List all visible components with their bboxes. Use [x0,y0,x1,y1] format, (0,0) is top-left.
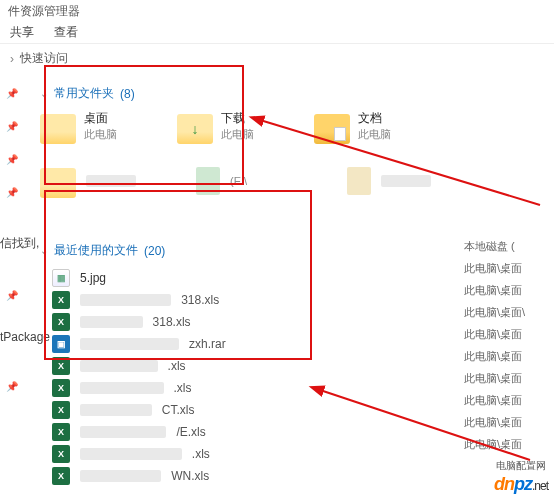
section-frequent-label: 常用文件夹 [54,85,114,102]
folder-name: 文档 [358,110,391,127]
filename-partial: WN.xls [171,469,209,483]
folder-icon [40,168,76,198]
filename-partial: 318.xls [181,293,219,307]
location-column: 本地磁盘 (此电脑\桌面此电脑\桌面此电脑\桌面\此电脑\桌面此电脑\桌面此电脑… [464,235,544,455]
folder-sub: 此电脑 [358,127,391,142]
blur-label [381,175,431,187]
blur-label [80,470,161,482]
folder-icon [196,167,220,195]
blur-label [86,175,136,187]
folder-sub: 此电脑 [84,127,117,142]
tab-share[interactable]: 共享 [10,24,34,41]
breadcrumb-current[interactable]: 快速访问 [20,50,68,67]
cutoff-text: 信找到, [0,235,39,252]
blur-label [80,404,152,416]
filename-partial: .xls [192,447,210,461]
pin-icon: 📌 [6,88,18,99]
xls-file-icon: X [52,313,70,331]
filename-partial: .xls [174,381,192,395]
rar-file-icon: ▣ [52,335,70,353]
cutoff-text2: tPackage [0,330,50,344]
folder-icon [347,167,371,195]
folder-name: 下载 [221,110,254,127]
xls-file-icon: X [52,401,70,419]
caret-down-icon: ⌄ [40,88,48,99]
file-location: 此电脑\桌面 [464,367,544,389]
folder-blurred[interactable]: (E:\ [196,170,247,192]
pin-icon: 📌 [6,187,18,198]
filename-partial: /E.xls [176,425,205,439]
file-location: 此电脑\桌面\ [464,301,544,323]
blur-label [80,338,179,350]
caret-down-icon: ⌄ [40,245,48,256]
xls-file-icon: X [52,379,70,397]
filename-partial: zxh.rar [189,337,226,351]
pin-icon: 📌 [6,121,18,132]
xls-file-icon: X [52,467,70,485]
xls-file-icon: X [52,291,70,309]
pin-icon: 📌 [6,290,18,301]
pin-icon: 📌 [6,154,18,165]
section-recent-label: 最近使用的文件 [54,242,138,259]
folder-icon [314,114,350,144]
blur-label [80,360,158,372]
blur-label [80,382,164,394]
breadcrumb[interactable]: › 快速访问 [0,43,554,73]
blur-label [80,294,171,306]
filename-partial: 318.xls [153,315,191,329]
folder-icon [40,114,76,144]
pin-icon: 📌 [6,381,18,392]
ribbon-tabs: 共享 查看 [0,22,554,43]
file-location: 此电脑\桌面 [464,433,544,455]
file-location: 此电脑\桌面 [464,389,544,411]
blur-label [80,426,166,438]
file-location: 本地磁盘 ( [464,235,544,257]
recent-file-row[interactable]: XWN.xls [40,465,554,487]
filename-partial: CT.xls [162,403,195,417]
blur-label [80,448,182,460]
window-title: 件资源管理器 [0,0,554,22]
tab-view[interactable]: 查看 [54,24,78,41]
file-location: 此电脑\桌面 [464,257,544,279]
folder-icon [177,114,213,144]
xls-file-icon: X [52,445,70,463]
section-recent-count: (20) [144,244,165,258]
watermark-sub: 电脑配置网 [496,459,546,473]
blur-label [80,316,143,328]
xls-file-icon: X [52,423,70,441]
watermark-logo: dnpz.net [494,474,548,495]
folder-sub: 此电脑 [221,127,254,142]
file-location: 此电脑\桌面 [464,411,544,433]
file-location: 此电脑\桌面 [464,279,544,301]
file-location: 此电脑\桌面 [464,345,544,367]
filename-partial: .xls [168,359,186,373]
filename: 5.jpg [80,271,106,285]
folder-blurred[interactable] [40,170,136,192]
section-frequent-count: (8) [120,87,135,101]
drive-fragment: (E:\ [230,175,247,187]
sidebar-pins: 📌 📌 📌 📌 [6,88,18,198]
folder-blurred[interactable] [347,170,431,192]
section-frequent-folders[interactable]: ⌄ 常用文件夹 (8) [40,85,554,102]
chevron-right-icon: › [10,52,14,66]
folder-name: 桌面 [84,110,117,127]
file-location: 此电脑\桌面 [464,323,544,345]
xls-file-icon: X [52,357,70,375]
img-file-icon: ▦ [52,269,70,287]
